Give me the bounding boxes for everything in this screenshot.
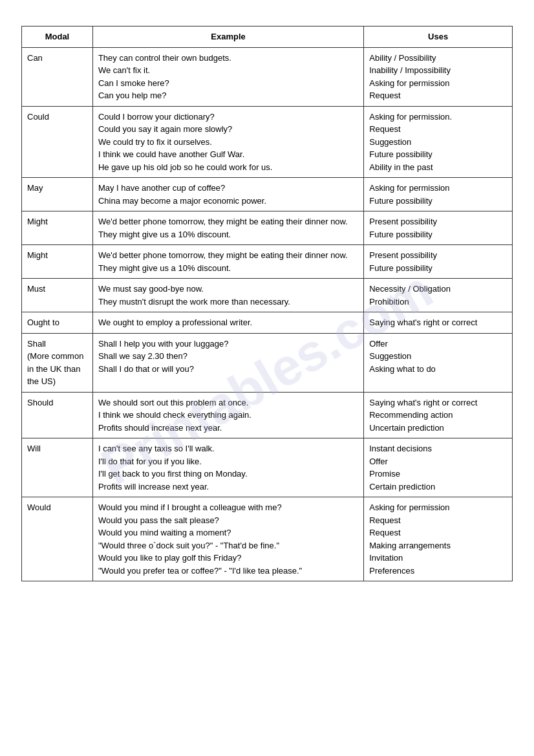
header-uses: Uses — [364, 27, 513, 48]
example-line: Can I smoke here? — [98, 77, 358, 90]
use-line: Request — [369, 89, 507, 102]
modal-table: Modal Example Uses CanThey can control t… — [21, 26, 513, 581]
use-line: Uncertain prediction — [369, 422, 507, 435]
example-line: Can you help me? — [98, 89, 358, 102]
cell-uses-0: Ability / PossibilityInability / Impossi… — [364, 47, 513, 106]
cell-example-4: We'd better phone tomorrow, they might b… — [92, 245, 363, 279]
example-line: Would you like to play golf this Friday? — [98, 552, 358, 565]
cell-modal-4: Might — [22, 245, 93, 279]
header-example: Example — [92, 27, 363, 48]
cell-uses-1: Asking for permission.RequestSuggestionF… — [364, 106, 513, 178]
example-line: He gave up his old job so he could work … — [98, 161, 358, 174]
use-line: Asking for permission — [369, 501, 507, 514]
cell-example-5: We must say good-bye now.They mustn't di… — [92, 279, 363, 312]
use-line: Asking for permission — [369, 77, 507, 90]
use-line: Promise — [369, 468, 507, 481]
use-line: Necessity / Obligation — [369, 283, 507, 296]
cell-example-7: Shall I help you with your luggage?Shall… — [92, 333, 363, 392]
example-line: They can control their own budgets. — [98, 52, 358, 65]
example-line: I think we could have another Gulf War. — [98, 148, 358, 161]
use-line: Asking what to do — [369, 363, 507, 376]
use-line: Recommending action — [369, 409, 507, 422]
example-line: Shall I help you with your luggage? — [98, 338, 358, 351]
example-line: Profits will increase next year. — [98, 481, 358, 493]
use-line: Request — [369, 514, 507, 527]
cell-modal-8: Should — [22, 392, 93, 438]
use-line: Future possibility — [369, 228, 507, 241]
cell-modal-5: Must — [22, 279, 93, 312]
use-line: Present possibility — [369, 249, 507, 262]
example-line: Shall we say 2.30 then? — [98, 350, 358, 363]
use-line: Asking for permission. — [369, 111, 507, 124]
cell-example-0: They can control their own budgets.We ca… — [92, 47, 363, 106]
example-line: They mustn't disrupt the work more than … — [98, 296, 358, 308]
example-line: We could try to fix it ourselves. — [98, 136, 358, 149]
example-line: I'll do that for you if you like. — [98, 455, 358, 468]
example-line: We'd better phone tomorrow, they might b… — [98, 215, 358, 228]
use-line: Present possibility — [369, 215, 507, 228]
use-line: Suggestion — [369, 350, 507, 363]
header-modal: Modal — [22, 27, 93, 48]
cell-example-1: Could I borrow your dictionary?Could you… — [92, 106, 363, 178]
use-line: Request — [369, 123, 507, 136]
cell-example-9: I can't see any taxis so I'll walk.I'll … — [92, 438, 363, 497]
use-line: Instant decisions — [369, 442, 507, 455]
cell-uses-10: Asking for permissionRequestRequestMakin… — [364, 497, 513, 581]
use-line: Suggestion — [369, 136, 507, 149]
use-line: Offer — [369, 455, 507, 468]
cell-uses-8: Saying what's right or correctRecommendi… — [364, 392, 513, 438]
use-line: Preferences — [369, 565, 507, 578]
cell-modal-0: Can — [22, 47, 93, 106]
example-line: China may become a major economic power. — [98, 195, 358, 208]
cell-uses-2: Asking for permissionFuture possibility — [364, 178, 513, 211]
cell-modal-7: Shall (More common in the UK than the US… — [22, 333, 93, 392]
cell-modal-3: Might — [22, 211, 93, 245]
use-line: Future possibility — [369, 262, 507, 275]
example-line: We ought to employ a professional writer… — [98, 316, 358, 329]
use-line: Ability / Possibility — [369, 52, 507, 65]
example-line: They might give us a 10% discount. — [98, 228, 358, 241]
use-line: Future possibility — [369, 195, 507, 208]
example-line: "Would you prefer tea or coffee?" - "I'd… — [98, 565, 358, 578]
example-line: Could I borrow your dictionary? — [98, 111, 358, 124]
example-line: We can't fix it. — [98, 64, 358, 77]
cell-modal-2: May — [22, 178, 93, 211]
example-line: We'd better phone tomorrow, they might b… — [98, 249, 358, 262]
cell-example-8: We should sort out this problem at once.… — [92, 392, 363, 438]
use-line: Inability / Impossibility — [369, 64, 507, 77]
example-line: Profits should increase next year. — [98, 422, 358, 435]
use-line: Ability in the past — [369, 161, 507, 174]
use-line: Saying what's right or correct — [369, 316, 507, 329]
cell-uses-5: Necessity / ObligationProhibition — [364, 279, 513, 312]
example-line: We must say good-bye now. — [98, 283, 358, 296]
page-container: Modal Example Uses CanThey can control t… — [21, 26, 513, 581]
example-line: "Would three o`dock suit you?" - "That'd… — [98, 539, 358, 552]
cell-uses-9: Instant decisionsOfferPromiseCertain pre… — [364, 438, 513, 497]
example-line: Could you say it again more slowly? — [98, 123, 358, 136]
example-line: May I have another cup of coffee? — [98, 182, 358, 195]
use-line: Prohibition — [369, 296, 507, 308]
example-line: I think we should check everything again… — [98, 409, 358, 422]
cell-example-3: We'd better phone tomorrow, they might b… — [92, 211, 363, 245]
cell-example-10: Would you mind if I brought a colleague … — [92, 497, 363, 581]
use-line: Future possibility — [369, 148, 507, 161]
example-line: I can't see any taxis so I'll walk. — [98, 442, 358, 455]
cell-modal-9: Will — [22, 438, 93, 497]
example-line: I'll get back to you first thing on Mond… — [98, 468, 358, 481]
example-line: Would you mind waiting a moment? — [98, 526, 358, 539]
cell-uses-3: Present possibilityFuture possibility — [364, 211, 513, 245]
use-line: Asking for permission — [369, 182, 507, 195]
use-line: Making arrangements — [369, 539, 507, 552]
example-line: Would you pass the salt please? — [98, 514, 358, 527]
example-line: We should sort out this problem at once. — [98, 396, 358, 409]
example-line: Shall I do that or will you? — [98, 363, 358, 376]
cell-modal-10: Would — [22, 497, 93, 581]
cell-example-6: We ought to employ a professional writer… — [92, 312, 363, 334]
example-line: Would you mind if I brought a colleague … — [98, 501, 358, 514]
use-line: Invitation — [369, 552, 507, 565]
cell-uses-7: OfferSuggestionAsking what to do — [364, 333, 513, 392]
use-line: Saying what's right or correct — [369, 396, 507, 409]
use-line: Certain prediction — [369, 481, 507, 493]
cell-example-2: May I have another cup of coffee?China m… — [92, 178, 363, 211]
example-line: They might give us a 10% discount. — [98, 262, 358, 275]
